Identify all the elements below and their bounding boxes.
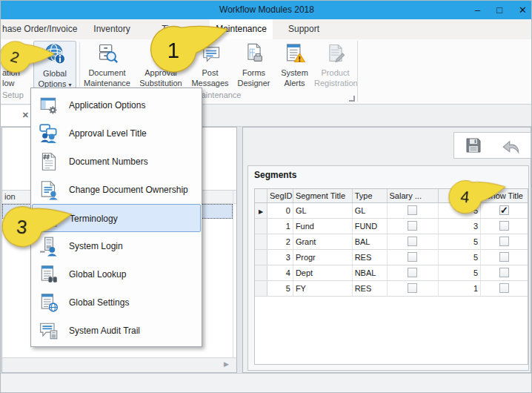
undo-button[interactable]: [500, 135, 522, 156]
grid-row-2[interactable]: 2 Grant BAL ✓ 5 ✓: [255, 234, 528, 250]
save-floppy-icon: [464, 136, 483, 155]
cell-segment-title[interactable]: FY: [293, 281, 353, 296]
maximize-icon[interactable]: □: [496, 1, 502, 19]
salary-checkbox[interactable]: ✓: [408, 283, 417, 293]
cell-segid[interactable]: 2: [267, 234, 293, 249]
forms-designer-label1: Forms: [233, 68, 275, 79]
cell-segment-title[interactable]: Fund: [293, 219, 353, 234]
document-pencil-icon: [325, 42, 347, 65]
cell-segid[interactable]: 1: [267, 219, 293, 234]
cell-segid[interactable]: 4: [267, 265, 293, 280]
salary-checkbox[interactable]: ✓: [408, 237, 417, 246]
post-messages-label2: Messages: [189, 79, 231, 89]
document-numbers-icon: [39, 151, 59, 172]
cell-value[interactable]: 5: [439, 250, 481, 265]
tab-close-icon[interactable]: ✕: [22, 110, 29, 120]
cell-type[interactable]: BAL: [353, 234, 388, 249]
header-indicator: [255, 189, 267, 202]
right-panel: Segments SegID Segment Title Type Salary…: [242, 127, 531, 373]
global-settings-icon: [39, 292, 59, 313]
salary-checkbox[interactable]: ✓: [408, 221, 417, 231]
header-type[interactable]: Type: [353, 189, 388, 202]
header-segid[interactable]: SegID: [267, 189, 293, 202]
system-audit-trail-icon: [39, 320, 59, 341]
menu-item-label: Document Numbers: [69, 148, 148, 176]
product-registration-label1: Product: [314, 68, 356, 79]
ribbon-separator: [79, 42, 80, 87]
cell-type[interactable]: NBAL: [353, 265, 388, 280]
menu-item-label: Global Lookup: [69, 260, 126, 288]
header-salary[interactable]: Salary ...: [388, 189, 439, 202]
menu-item-approval-level-title[interactable]: Approval Level Title: [32, 119, 201, 148]
callout-3: 3: [0, 188, 81, 254]
menu-item-global-settings[interactable]: Global Settings: [32, 288, 201, 317]
grid-row-5[interactable]: 5 FY RES ✓ 1 ✓: [255, 281, 528, 297]
show-title-checkbox[interactable]: ✓: [499, 237, 509, 246]
cell-value[interactable]: 5: [439, 265, 481, 280]
cell-segid[interactable]: 3: [267, 250, 293, 265]
forms-designer-button[interactable]: Forms Designer: [233, 41, 275, 88]
segments-title: Segments: [254, 170, 296, 180]
approval-level-title-icon: [39, 123, 59, 144]
menu-item-label: Global Settings: [69, 288, 129, 317]
document-tab[interactable]: ✕: [1, 105, 34, 126]
ribbon-button-partial-label2: low: [2, 79, 32, 89]
forms-designer-label2: Designer: [233, 79, 275, 89]
dialog-launcher-icon[interactable]: [349, 96, 355, 102]
close-icon[interactable]: ✕: [519, 1, 527, 19]
cell-segment-title[interactable]: Grant: [293, 234, 353, 249]
application-options-icon: [39, 95, 59, 116]
menu-item-label: Approval Level Title: [69, 119, 147, 148]
window-title: Workflow Modules 2018: [1, 1, 532, 19]
system-alerts-button[interactable]: System Alerts: [276, 41, 313, 88]
system-alerts-label1: System: [276, 68, 313, 79]
cell-value[interactable]: 3: [439, 219, 481, 234]
navigator-next-icon[interactable]: ▶: [224, 360, 229, 368]
form-printer-icon: [243, 42, 265, 65]
show-title-checkbox[interactable]: ✓: [499, 268, 509, 277]
grid-row-3[interactable]: 3 Progr RES ✓ 5 ✓: [255, 250, 528, 265]
system-alerts-label2: Alerts: [276, 79, 313, 89]
header-segment-title[interactable]: Segment Title: [293, 189, 353, 202]
cell-type[interactable]: RES: [353, 281, 388, 296]
product-registration-label2: Registration: [314, 79, 356, 89]
cabinet-magnifier-icon: [96, 42, 119, 65]
menu-item-application-options[interactable]: Application Options: [32, 91, 201, 119]
title-bar: Workflow Modules 2018: [1, 1, 532, 19]
cell-type[interactable]: GL: [353, 203, 388, 218]
salary-checkbox[interactable]: ✓: [408, 268, 417, 277]
salary-checkbox[interactable]: ✓: [408, 252, 417, 262]
tab-inventory[interactable]: Inventory: [88, 19, 136, 39]
menu-item-system-audit-trail[interactable]: System Audit Trail: [32, 317, 201, 345]
cell-segment-title[interactable]: Dept: [293, 265, 353, 280]
row-indicator-icon: ▶: [259, 208, 263, 215]
cell-type[interactable]: FUND: [353, 219, 388, 234]
show-title-checkbox[interactable]: ✓: [499, 283, 509, 293]
cell-segid[interactable]: 5: [267, 281, 293, 296]
document-maintenance-button[interactable]: Document Maintenance: [82, 41, 133, 88]
ribbon-group-divider: [357, 41, 358, 102]
tab-support[interactable]: Support: [281, 19, 327, 39]
show-title-checkbox[interactable]: ✓: [499, 252, 509, 262]
cell-value[interactable]: 5: [439, 234, 481, 249]
cell-type[interactable]: RES: [353, 250, 388, 265]
salary-checkbox[interactable]: ✓: [408, 205, 417, 215]
menu-item-label: Application Options: [69, 91, 145, 119]
undo-arrow-icon: [501, 135, 522, 156]
cell-segment-title[interactable]: Progr: [293, 250, 353, 265]
callout-4: 4: [446, 166, 511, 219]
minimize-icon[interactable]: –: [475, 1, 480, 19]
left-panel-navigator: ▶: [2, 357, 236, 372]
cell-segid[interactable]: 0: [267, 203, 293, 218]
grid-row-1[interactable]: 1 Fund FUND ✓ 3 ✓: [255, 219, 528, 234]
grid-row-4[interactable]: 4 Dept NBAL ✓ 5 ✓: [255, 265, 528, 281]
menu-item-document-numbers[interactable]: Document Numbers: [32, 148, 201, 176]
show-title-checkbox[interactable]: ✓: [499, 221, 509, 231]
cell-value[interactable]: 1: [439, 281, 481, 296]
document-maintenance-label2: Maintenance: [82, 79, 133, 89]
cell-segment-title[interactable]: GL: [293, 203, 353, 218]
menu-item-global-lookup[interactable]: Global Lookup: [32, 260, 201, 288]
callout-1-number: 1: [167, 38, 179, 62]
panel-toolbar: [453, 132, 531, 159]
save-button[interactable]: [462, 135, 485, 156]
